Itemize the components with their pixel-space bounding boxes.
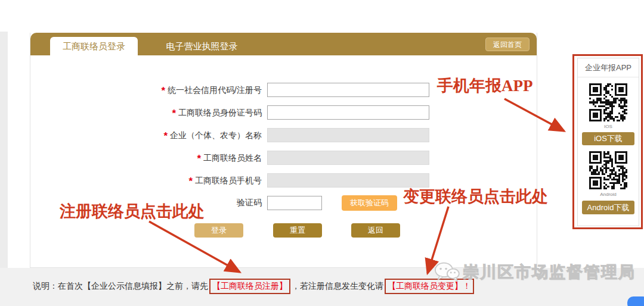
field-label: *工商联络员身份证号码 [30, 107, 267, 118]
login-tabbar: 工商联络员登录 电子营业执照登录 返回首页 [30, 33, 537, 55]
field-label-text: 工商联络员身份证号码 [178, 108, 262, 117]
tab-elicense-login[interactable]: 电子营业执照登录 [150, 37, 254, 55]
annotation-change-here: 变更联络员点击此处 [403, 186, 548, 207]
form-row: *企业（个体、农专）名称 [30, 128, 537, 142]
captcha-input[interactable] [267, 196, 322, 210]
login-button[interactable]: 登录 [194, 223, 243, 238]
form-buttons: 登录 重置 返回 [194, 223, 537, 238]
field-label: *工商联络员姓名 [30, 152, 267, 164]
floating-widget[interactable] [627, 296, 644, 306]
credit-code-input[interactable] [267, 83, 429, 97]
field-label-text: 工商联络员姓名 [203, 153, 262, 163]
annotation-box-app-panel [572, 54, 643, 229]
form-row: *工商联络员身份证号码 [30, 105, 537, 120]
return-button[interactable]: 返回 [351, 223, 400, 238]
footer-note: 说明：在首次【企业公示信息填报】之前，请先【工商联络员注册】，若注册信息发生变化… [33, 279, 475, 294]
note-prefix: 说明：在首次【企业公示信息填报】之前，请先 [33, 281, 208, 291]
get-captcha-button[interactable]: 获取验证码 [342, 195, 397, 211]
page-left-gutter [0, 32, 8, 306]
field-label: *企业（个体、农专）名称 [30, 129, 267, 141]
field-label-text: 工商联络员手机号 [195, 176, 262, 185]
wechat-icon [433, 261, 460, 283]
watermark-text: 崇川区市场监督管理局 [463, 261, 636, 283]
register-link[interactable]: 【工商联络员注册】 [212, 281, 287, 291]
back-home-button[interactable]: 返回首页 [485, 38, 530, 51]
id-number-input[interactable] [267, 105, 429, 120]
required-asterisk: * [172, 108, 176, 119]
field-label: *统一社会信用代码/注册号 [30, 84, 267, 96]
annotation-mobile-app: 手机年报APP [437, 75, 532, 96]
field-label-text: 验证码 [237, 198, 262, 207]
annotation-register-here: 注册联络员点击此处 [60, 201, 205, 222]
field-label-text: 统一社会信用代码/注册号 [168, 85, 262, 95]
tab-contact-login[interactable]: 工商联络员登录 [50, 37, 138, 55]
reset-button[interactable]: 重置 [273, 223, 322, 238]
field-label: *工商联络员手机号 [30, 174, 267, 186]
login-card: 工商联络员登录 电子营业执照登录 返回首页 *统一社会信用代码/注册号 *工商联… [30, 33, 537, 268]
note-middle: ，若注册信息发生变化请 [292, 281, 383, 291]
field-label-text: 企业（个体、农专）名称 [170, 130, 262, 140]
required-asterisk: * [161, 85, 165, 96]
required-asterisk: * [197, 153, 201, 164]
required-asterisk: * [188, 176, 193, 187]
contact-name-input [267, 151, 429, 165]
register-link-box: 【工商联络员注册】 [209, 279, 290, 294]
watermark: 崇川区市场监督管理局 [433, 261, 636, 283]
form-row: *工商联络员姓名 [30, 151, 537, 165]
company-name-input [267, 128, 429, 142]
required-asterisk: * [163, 130, 168, 142]
